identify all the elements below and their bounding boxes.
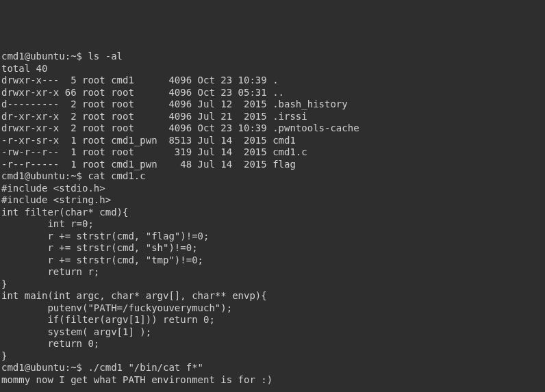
shell-prompt: cmd1@ubuntu:~$ [1,51,88,62]
terminal-line: #include <stdio.h> [1,183,544,195]
terminal-line: system( argv[1] ); [1,326,544,339]
terminal-line: r += strstr(cmd, "flag")!=0; [1,231,544,243]
shell-prompt: cmd1@ubuntu:~$ [1,362,88,373]
terminal-line: #include <string.h> [1,194,544,207]
terminal-line: d--------- 2 root root 4096 Jul 12 2015 … [1,99,544,111]
terminal-line: -r--r----- 1 root cmd1_pwn 48 Jul 14 201… [1,159,544,171]
terminal-line: cmd1@ubuntu:~$ cat cmd1.c [1,170,544,183]
terminal-line: mommy now I get what PATH environment is… [1,374,544,387]
terminal-line: dr-xr-xr-x 2 root root 4096 Jul 21 2015 … [1,111,544,123]
terminal-line: putenv("PATH=/fuckyouverymuch"); [1,302,544,315]
terminal-line: drwxr-xr-x 2 root root 4096 Oct 23 10:39… [1,122,544,135]
terminal-output[interactable]: cmd1@ubuntu:~$ ls -altotal 40drwxr-x--- … [1,51,544,386]
terminal-line: int main(int argc, char* argv[], char** … [1,290,544,302]
terminal-line: if(filter(argv[1])) return 0; [1,314,544,326]
terminal-line: -rw-r--r-- 1 root root 319 Jul 14 2015 c… [1,146,544,159]
terminal-line: r += strstr(cmd, "sh")!=0; [1,242,544,254]
terminal-line: cmd1@ubuntu:~$ ./cmd1 "/bin/cat f*" [1,362,544,374]
terminal-line: int r=0; [1,218,544,231]
terminal-line: r += strstr(cmd, "tmp")!=0; [1,254,544,267]
shell-command: cat cmd1.c [88,170,145,181]
terminal-line: cmd1@ubuntu:~$ ls -al [1,51,544,63]
terminal-line: } [1,278,544,291]
shell-command: ls -al [88,51,123,62]
terminal-line: drwxr-xr-x 66 root root 4096 Oct 23 05:3… [1,87,544,99]
terminal-line: return r; [1,266,544,278]
terminal-line: return 0; [1,338,544,350]
terminal-line: } [1,350,544,363]
terminal-line: total 40 [1,63,544,75]
shell-command: ./cmd1 "/bin/cat f*" [88,362,203,373]
terminal-line: int filter(char* cmd){ [1,207,544,219]
shell-prompt: cmd1@ubuntu:~$ [1,170,88,181]
terminal-line: drwxr-x--- 5 root cmd1 4096 Oct 23 10:39… [1,75,544,87]
terminal-line: -r-xr-sr-x 1 root cmd1_pwn 8513 Jul 14 2… [1,135,544,147]
